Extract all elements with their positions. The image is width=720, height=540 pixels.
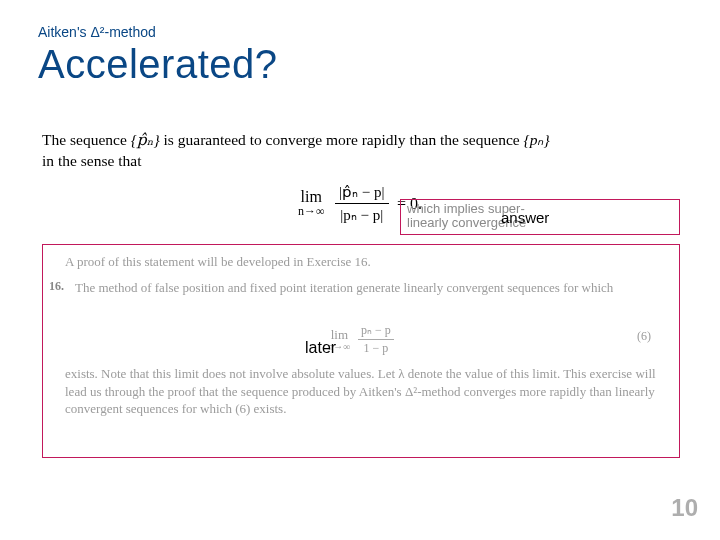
fraction-denominator: |pₙ − p| xyxy=(335,204,388,224)
text: The sequence xyxy=(42,131,131,148)
proof-callout: A proof of this statement will be develo… xyxy=(42,244,680,458)
seq-p: {pₙ} xyxy=(524,131,550,148)
seq-phat: {p̂ₙ} xyxy=(131,131,160,148)
exercise-number: 16. xyxy=(49,279,64,294)
proof-line3: exists. Note that this limit does not in… xyxy=(65,365,657,418)
page-title: Accelerated? xyxy=(38,42,277,87)
answer-callout: which implies super- linearly convergenc… xyxy=(400,199,680,235)
intro-paragraph: The sequence {p̂ₙ} is guaranteed to conv… xyxy=(42,130,700,172)
method-subtitle: Aitken's Δ²-method xyxy=(38,24,156,40)
small-frac-den: 1 − p xyxy=(358,340,394,356)
proof-line2: The method of false position and fixed p… xyxy=(75,279,657,297)
later-label: later xyxy=(305,339,336,357)
lim-sub: n→∞ xyxy=(298,204,325,219)
fraction: |p̂ₙ − p| |pₙ − p| xyxy=(335,183,388,224)
small-fraction: pₙ − p 1 − p xyxy=(358,323,394,356)
proof-line1: A proof of this statement will be develo… xyxy=(65,253,657,271)
equation-number-6: (6) xyxy=(637,329,651,344)
answer-label: answer xyxy=(501,209,549,226)
lim-symbol: lim n→∞ xyxy=(298,188,325,219)
small-frac-num: pₙ − p xyxy=(358,323,394,340)
text: in the sense that xyxy=(42,152,141,169)
small-equation: lim n→∞ pₙ − p 1 − p xyxy=(43,323,679,356)
page-number: 10 xyxy=(671,494,698,522)
text: is guaranteed to converge more rapidly t… xyxy=(160,131,524,148)
fraction-numerator: |p̂ₙ − p| xyxy=(335,183,388,204)
